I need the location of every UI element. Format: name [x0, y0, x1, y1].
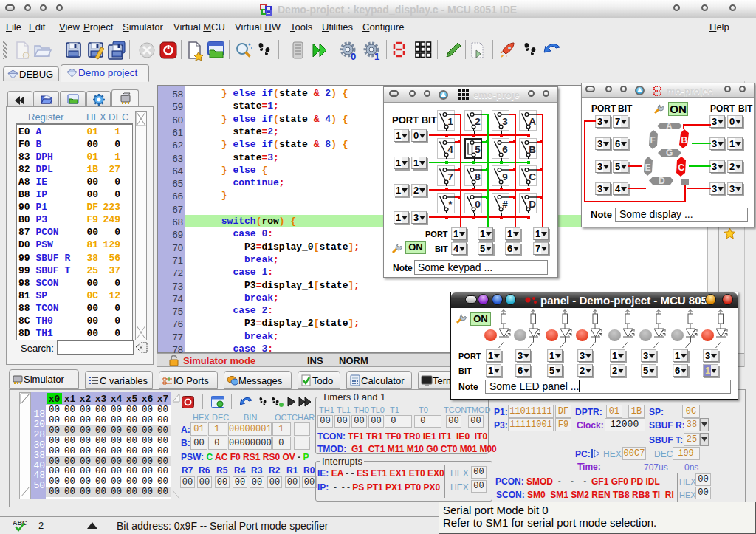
svg-text:G: G: [666, 148, 673, 158]
svg-text:C: C: [678, 162, 685, 173]
svg-text:F: F: [650, 135, 656, 146]
svg-text:ABC: ABC: [13, 519, 27, 527]
svg-text:A: A: [666, 121, 673, 131]
svg-text:B: B: [681, 135, 688, 146]
svg-text:D: D: [659, 176, 665, 186]
svg-text:0: 0: [351, 51, 356, 61]
svg-text:1: 1: [374, 51, 379, 61]
svg-text:E: E: [645, 162, 651, 173]
